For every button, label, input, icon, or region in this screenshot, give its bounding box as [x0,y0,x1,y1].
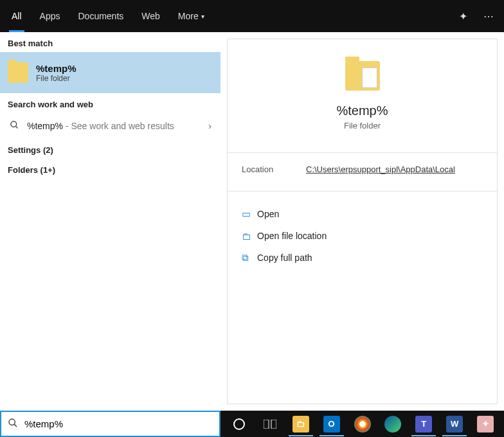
web-search-query: %temp% [27,121,63,131]
action-open[interactable]: ▭ Open [242,203,483,225]
taskbar-word[interactable]: W [440,412,469,436]
svg-line-1 [15,126,17,128]
svg-rect-5 [264,420,269,429]
action-copy-path-label: Copy full path [257,253,312,263]
section-settings[interactable]: Settings (2) [0,139,221,159]
search-box[interactable] [0,411,221,437]
divider [228,152,497,153]
divider [228,191,497,192]
tab-web[interactable]: Web [132,0,169,32]
action-open-location-label: Open file location [257,231,327,241]
preview-title: %temp% [336,103,388,118]
svg-point-2 [9,419,15,425]
search-filter-tabs: All Apps Documents Web More▾ ✦ ⋯ [0,0,504,32]
taskbar-taskview[interactable] [255,412,285,436]
taskbar-app[interactable]: ✦ [471,412,500,436]
chevron-right-icon: › [208,121,212,131]
svg-rect-6 [271,420,276,429]
location-value[interactable]: C:\Users\erpsupport_sipl\AppData\Local [306,165,455,174]
action-open-location[interactable]: 🗀 Open file location [242,225,483,247]
tab-documents[interactable]: Documents [69,0,132,32]
more-options-icon[interactable]: ⋯ [476,0,501,32]
search-icon [8,418,18,431]
preview-subtitle: File folder [344,121,381,130]
folder-icon [8,62,28,83]
search-icon [8,120,21,132]
section-best-match: Best match [0,32,221,52]
tab-apps[interactable]: Apps [31,0,69,32]
action-copy-path[interactable]: ⧉ Copy full path [242,247,483,269]
taskbar: 🗀 O T W ✦ [221,411,504,437]
best-match-title: %temp% [36,63,76,74]
tab-all[interactable]: All [3,0,31,32]
taskbar-cortana[interactable] [224,412,254,436]
svg-line-3 [14,424,17,427]
folder-icon [345,61,380,91]
web-search-item[interactable]: %temp% - See work and web results › [0,113,221,139]
section-search-web: Search work and web [0,93,221,113]
best-match-subtitle: File folder [36,74,76,83]
tab-more-label: More [178,11,199,21]
taskbar-teams[interactable]: T [409,412,438,436]
chevron-down-icon: ▾ [201,13,204,20]
copy-icon: ⧉ [242,252,257,263]
search-input[interactable] [24,418,213,429]
tab-more[interactable]: More▾ [169,0,213,32]
taskbar-explorer[interactable]: 🗀 [286,412,316,436]
taskbar-edge[interactable] [378,412,408,436]
svg-point-4 [234,419,244,429]
web-search-hint: - See work and web results [63,121,174,131]
preview-pane: %temp% File folder Location C:\Users\erp… [227,39,498,404]
taskbar-chrome[interactable] [348,412,377,436]
location-label: Location [242,165,306,174]
open-icon: ▭ [242,208,257,220]
results-list: Best match %temp% File folder Search wor… [0,32,221,411]
section-folders[interactable]: Folders (1+) [0,159,221,179]
svg-point-0 [10,121,16,127]
action-open-label: Open [257,209,279,219]
feedback-icon[interactable]: ✦ [450,0,476,32]
best-match-item[interactable]: %temp% File folder [0,52,221,93]
taskbar-outlook[interactable]: O [317,412,346,436]
folder-open-icon: 🗀 [242,231,257,242]
